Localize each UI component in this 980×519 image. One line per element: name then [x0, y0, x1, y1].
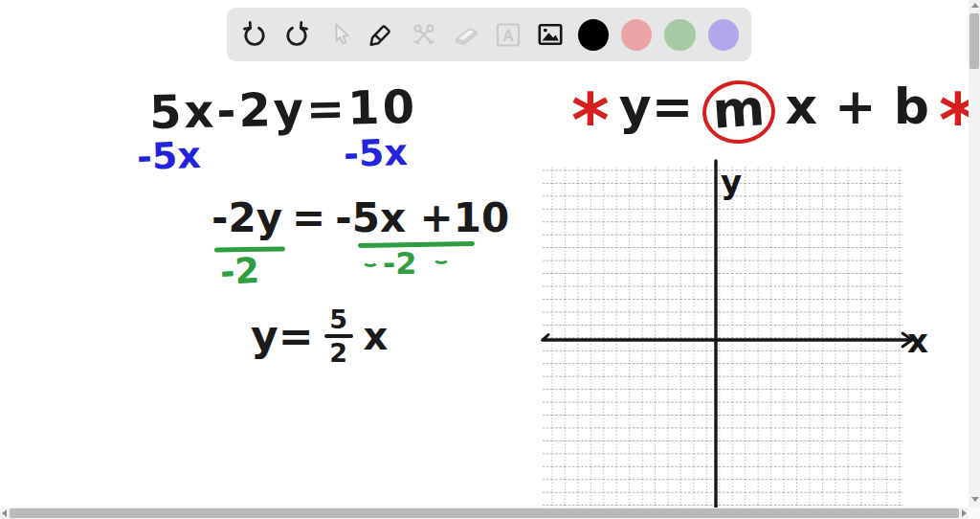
scroll-right-arrow[interactable] [962, 509, 967, 517]
redo-button[interactable] [281, 19, 311, 50]
tools-button[interactable] [409, 19, 438, 50]
circled-slope-m: m [701, 78, 778, 146]
scroll-up-arrow[interactable] [971, 3, 979, 8]
pen-tool-button[interactable] [367, 19, 396, 50]
slope-intercept-formula: * y= m x + b * [571, 79, 977, 151]
fraction-five-halves: 5 2 [322, 306, 356, 366]
line2-rhs: -5x +10 [335, 196, 509, 240]
eraser-icon [452, 20, 480, 49]
text-icon: A [494, 20, 523, 49]
tools-icon [410, 20, 438, 49]
text-tool-button[interactable]: A [494, 19, 523, 50]
eraser-tool-button[interactable] [451, 19, 480, 50]
color-swatch-purple[interactable] [708, 19, 739, 51]
whiteboard-app: A 5x-2y=10 -5x -5x -2y = -5x +10 -2 -2 y… [0, 0, 980, 519]
coordinate-grid: y x [539, 157, 933, 509]
image-icon [536, 20, 565, 49]
image-tool-button[interactable] [536, 19, 566, 50]
equation-line2: -2y = -5x +10 [212, 196, 509, 240]
equation-line3: y= 5 2 x [251, 306, 388, 366]
vertical-scrollbar-track[interactable] [969, 0, 980, 508]
cursor-tool-button[interactable] [324, 19, 354, 50]
redo-icon [282, 20, 311, 49]
formula-lead: y= [619, 79, 693, 136]
line2-equals: = [292, 196, 325, 240]
star-left: * [571, 84, 610, 157]
grid-paper [543, 167, 903, 509]
subtract-5x-left: -5x [136, 136, 201, 178]
vertical-scrollbar-thumb[interactable] [969, 13, 979, 69]
formula-tail: x + b [785, 79, 929, 136]
divisor-right: -2 [383, 247, 417, 281]
divisor-paren-right [433, 252, 450, 264]
toolbar: A [227, 8, 751, 61]
divisor-paren-left [362, 255, 379, 267]
scroll-left-arrow[interactable] [2, 509, 7, 517]
subtract-5x-right: -5x [343, 133, 408, 175]
divisor-left: -2 [219, 252, 260, 293]
fraction-denominator: 2 [329, 340, 347, 366]
line3-lhs: y= [251, 313, 314, 359]
color-swatch-black[interactable] [578, 19, 609, 51]
undo-button[interactable] [239, 19, 269, 50]
cursor-icon [324, 20, 353, 49]
color-swatch-pink[interactable] [621, 19, 652, 51]
text-tool-label: A [502, 28, 514, 44]
scrollbar-corner [969, 508, 980, 519]
horizontal-scrollbar-thumb[interactable] [10, 508, 959, 518]
line2-lhs: -2y [212, 196, 282, 240]
equation-line1: 5x-2y=10 [148, 81, 417, 138]
y-axis-label: y [721, 163, 742, 201]
x-axis-label: x [907, 322, 928, 360]
undo-icon [240, 20, 269, 49]
fraction-numerator: 5 [329, 306, 347, 332]
scroll-down-arrow[interactable] [971, 497, 979, 502]
pen-icon [367, 20, 395, 49]
line3-variable: x [364, 315, 389, 357]
color-swatch-green[interactable] [664, 19, 695, 51]
